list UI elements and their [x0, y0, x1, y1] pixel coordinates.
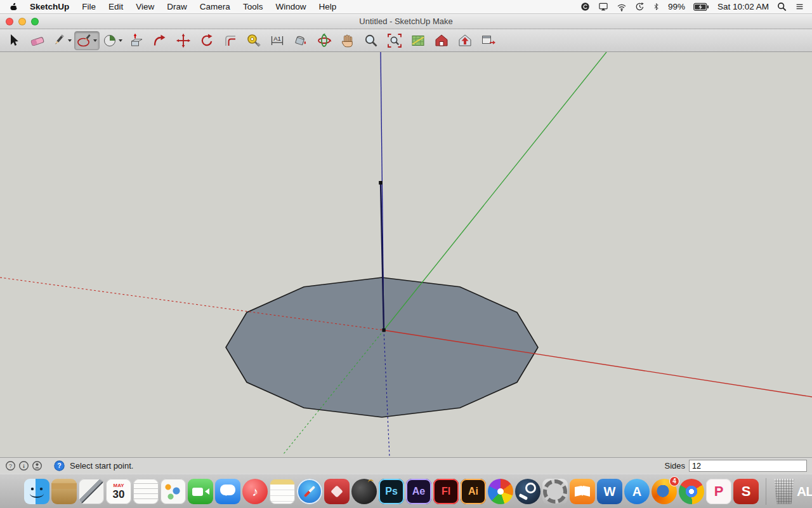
apple-menu[interactable]: [8, 2, 23, 12]
airplay-display-icon[interactable]: [598, 2, 608, 11]
get-models-tool-button[interactable]: [430, 31, 453, 50]
dock-item-flash[interactable]: Fl: [433, 479, 459, 504]
dock-item-calendar[interactable]: MAY30: [106, 479, 131, 504]
desktop-strip: MAY30♪PsAeFlAiWA4PSAL: [0, 474, 812, 508]
menubar-clock[interactable]: Sat 10:02 AM: [717, 2, 769, 11]
menu-view[interactable]: View: [129, 0, 160, 14]
dock-item-app-store[interactable]: A: [624, 479, 650, 504]
line-tool-button[interactable]: [49, 31, 74, 50]
dock-item-sketchup-app[interactable]: S: [733, 479, 759, 504]
battery-charging-icon[interactable]: [693, 3, 709, 11]
zoom-tool-button[interactable]: [360, 31, 383, 50]
edge-endpoint-marker: [379, 181, 383, 185]
tape-measure-tool-button[interactable]: [242, 31, 265, 50]
calendar-month: MAY: [113, 483, 124, 488]
time-machine-icon[interactable]: [635, 2, 645, 11]
notification-badge: 4: [669, 476, 679, 486]
dock-item-finder[interactable]: [24, 479, 49, 504]
dock-item-chrome[interactable]: [679, 479, 704, 504]
notification-center-icon[interactable]: [795, 3, 804, 11]
dock-item-textedit[interactable]: [133, 479, 159, 504]
minimize-button[interactable]: [18, 18, 26, 25]
paint-bucket-tool-button[interactable]: [289, 31, 312, 50]
dock-item-ibooks[interactable]: [570, 479, 595, 504]
eraser-tool-button[interactable]: [26, 31, 49, 50]
arc-tool-icon: [102, 33, 117, 48]
dock-item-itunes[interactable]: ♪: [242, 479, 268, 504]
menu-edit[interactable]: Edit: [102, 0, 129, 14]
send-to-layout-tool-icon: [481, 33, 496, 48]
menu-window[interactable]: Window: [269, 0, 312, 14]
menu-draw[interactable]: Draw: [160, 0, 193, 14]
dock-item-firefox[interactable]: 4: [652, 479, 677, 504]
circle-face[interactable]: [226, 277, 538, 417]
dimension-tool-icon: A1: [270, 33, 285, 48]
pan-tool-button[interactable]: [336, 31, 359, 50]
arc-tool-button[interactable]: [100, 31, 124, 50]
chevron-down-icon[interactable]: [119, 39, 122, 42]
select-tool-button[interactable]: [3, 31, 25, 50]
add-location-tool-button[interactable]: [407, 31, 429, 50]
move-tool-button[interactable]: [172, 31, 195, 50]
dock: MAY30♪PsAeFlAiWA4PSAL: [0, 474, 812, 508]
dock-item-system-preferences[interactable]: [542, 479, 568, 504]
close-button[interactable]: [6, 18, 13, 25]
dock-item-p-app[interactable]: P: [706, 479, 731, 504]
svg-text:i: i: [23, 463, 25, 469]
help-button[interactable]: ?: [54, 460, 65, 471]
spotlight-search-icon[interactable]: [777, 2, 787, 11]
titlebar: Untitled - SketchUp Make: [0, 14, 812, 29]
tape-measure-tool-icon: [246, 33, 261, 48]
share-model-tool-button[interactable]: [454, 31, 476, 50]
dock-item-photos[interactable]: [160, 479, 186, 504]
dock-item-installer-box[interactable]: [51, 479, 77, 504]
dock-item-glyph: S: [742, 485, 751, 498]
dock-item-photoshop[interactable]: Ps: [379, 479, 404, 504]
add-location-tool-icon: [410, 33, 426, 48]
dock-item-steam[interactable]: [515, 479, 540, 504]
wifi-icon[interactable]: [617, 3, 627, 11]
dimension-tool-button[interactable]: A1: [266, 31, 289, 50]
modeling-viewport[interactable]: [0, 52, 812, 457]
menu-tools[interactable]: Tools: [237, 0, 270, 14]
dock-item-bomb-game[interactable]: [351, 479, 377, 504]
chevron-down-icon[interactable]: [93, 39, 97, 42]
push-pull-tool-button[interactable]: [125, 31, 148, 50]
user-icon[interactable]: [32, 460, 43, 471]
creative-cloud-icon[interactable]: [580, 2, 590, 11]
zoom-extents-tool-button[interactable]: [383, 31, 406, 50]
dock-item-word[interactable]: W: [597, 479, 622, 504]
follow-me-tool-button[interactable]: [148, 31, 171, 50]
instructor-icon[interactable]: i: [18, 460, 29, 471]
dock-item-after-effects[interactable]: Ae: [406, 479, 431, 504]
eraser-tool-icon: [30, 33, 45, 48]
menu-help[interactable]: Help: [312, 0, 343, 14]
menu-sketchup[interactable]: SketchUp: [23, 0, 75, 14]
chevron-down-icon[interactable]: [68, 39, 72, 42]
dock-item-pinwheel[interactable]: [488, 479, 513, 504]
dock-item-design-knife[interactable]: [79, 479, 104, 504]
geo-help-icon[interactable]: ?: [5, 460, 16, 471]
rotate-tool-button[interactable]: [195, 31, 218, 50]
shapes-circle-tool-button[interactable]: [74, 31, 100, 50]
get-models-tool-icon: [434, 33, 449, 48]
menu-camera[interactable]: Camera: [193, 0, 237, 14]
measurements-input[interactable]: [689, 460, 807, 472]
send-to-layout-tool-button[interactable]: [477, 31, 500, 50]
dock-item-facetime[interactable]: [188, 479, 213, 504]
offset-tool-button[interactable]: [219, 31, 242, 50]
orbit-tool-button[interactable]: [313, 31, 336, 50]
dock-item-red-game[interactable]: [324, 479, 350, 504]
menu-file[interactable]: File: [75, 0, 102, 14]
menu-items: SketchUpFileEditViewDrawCameraToolsWindo…: [23, 0, 343, 14]
zoom-extents-tool-icon: [387, 33, 402, 48]
dock-item-messages[interactable]: [215, 479, 240, 504]
zoom-button[interactable]: [31, 18, 39, 25]
bluetooth-icon[interactable]: [653, 2, 660, 11]
dock-item-notes[interactable]: [270, 479, 295, 504]
dock-item-safari[interactable]: [297, 479, 322, 504]
dock-item-trash[interactable]: [773, 479, 795, 504]
dock-item-illustrator[interactable]: Ai: [461, 479, 486, 504]
follow-me-tool-icon: [152, 33, 167, 48]
battery-percent[interactable]: 99%: [668, 2, 685, 11]
